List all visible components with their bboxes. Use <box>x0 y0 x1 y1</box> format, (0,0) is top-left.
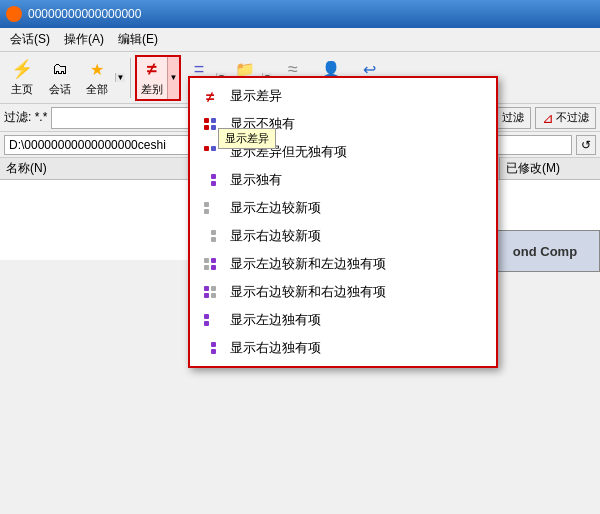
title-bar: 00000000000000000 <box>0 0 600 28</box>
main-window: 00000000000000000 ond Comp 会话(S) 操作(A) 编… <box>0 0 600 514</box>
dots-gray2-icon <box>200 228 220 244</box>
dots-red-blue2-icon <box>200 144 220 160</box>
diff-dropdown-arrow[interactable]: ▼ <box>167 57 179 99</box>
column-modified[interactable]: 已修改(M) <box>500 158 600 179</box>
dot-left-icon <box>200 312 220 328</box>
diff-btn-main[interactable]: ≠ 差别 <box>137 57 167 99</box>
dot-purple-icon <box>200 172 220 188</box>
path-refresh-btn[interactable]: ↺ <box>576 135 596 155</box>
menu-edit[interactable]: 编辑(E) <box>112 29 164 50</box>
menu-item-show-left-unique[interactable]: 显示左边独有项 <box>190 306 496 334</box>
filter-label: 过滤: *.* <box>4 109 47 126</box>
separator-1 <box>130 58 131 98</box>
ne-symbol-icon: ≠ <box>200 88 220 104</box>
lightning-icon: ⚡ <box>10 58 34 80</box>
briefcase-icon: 🗂 <box>48 58 72 80</box>
menu-bar: 会话(S) 操作(A) 编辑(E) <box>0 28 600 52</box>
dots-mixed2-icon <box>200 284 220 300</box>
title-text: 00000000000000000 <box>28 7 594 21</box>
dot-right-icon <box>200 340 220 356</box>
toolbar-btn-session[interactable]: 🗂 会话 <box>42 55 78 101</box>
menu-item-show-left-newer[interactable]: 显示左边较新项 <box>190 194 496 222</box>
menu-operation[interactable]: 操作(A) <box>58 29 110 50</box>
toolbar-btn-home[interactable]: ⚡ 主页 <box>4 55 40 101</box>
ne-icon: ≠ <box>147 59 157 80</box>
menu-item-show-right-unique[interactable]: 显示右边独有项 <box>190 334 496 362</box>
app-icon <box>6 6 22 22</box>
tooltip-show-diff: 显示差异 <box>218 128 276 149</box>
toolbar-btn-all[interactable]: ★ 全部 ▼ <box>80 55 126 101</box>
dots-mixed-icon <box>200 256 220 272</box>
no-filter-btn[interactable]: ⊿ 不过滤 <box>535 107 596 129</box>
menu-item-show-right-newer-right-unique[interactable]: 显示右边较新和右边独有项 <box>190 278 496 306</box>
beyond-compare-label: ond Comp <box>490 230 600 272</box>
menu-item-show-left-newer-left-unique[interactable]: 显示左边较新和左边独有项 <box>190 250 496 278</box>
menu-session[interactable]: 会话(S) <box>4 29 56 50</box>
all-dropdown-arrow[interactable]: ▼ <box>115 73 125 82</box>
star-icon: ★ <box>85 58 109 80</box>
dots-gray-icon <box>200 200 220 216</box>
funnel-cancel-icon: ⊿ <box>542 110 554 126</box>
menu-item-show-diff[interactable]: ≠ 显示差异 <box>190 82 496 110</box>
menu-item-show-unique[interactable]: 显示独有 <box>190 166 496 194</box>
menu-item-show-right-newer[interactable]: 显示右边较新项 <box>190 222 496 250</box>
toolbar-btn-diff[interactable]: ≠ 差别 ▼ <box>135 55 181 101</box>
dropdown-menu: ≠ 显示差异 显示不独有 <box>188 76 498 368</box>
dots-red-blue-icon <box>200 116 220 132</box>
